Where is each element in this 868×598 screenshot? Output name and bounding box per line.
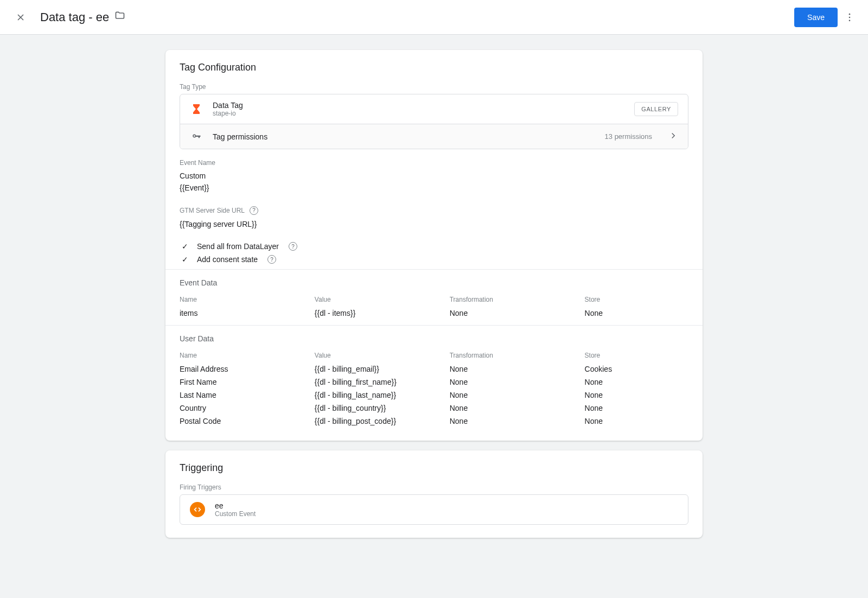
table-cell: None <box>585 402 688 415</box>
tag-config-heading: Tag Configuration <box>180 62 688 73</box>
col-name: Name <box>180 292 315 307</box>
tag-permissions-row[interactable]: Tag permissions 13 permissions <box>180 124 688 149</box>
event-data-section: Event Data Name Value Transformation Sto… <box>165 269 703 320</box>
page-content: Tag Configuration Tag Type Data Tag stap… <box>165 50 703 538</box>
table-cell: None <box>450 362 585 376</box>
check-icon: ✓ <box>180 242 190 251</box>
table-cell: None <box>450 389 585 402</box>
user-data-table: Name Value Transformation Store Email Ad… <box>180 348 688 428</box>
chevron-right-icon <box>668 131 678 142</box>
table-cell: None <box>450 376 585 389</box>
tag-type-row[interactable]: Data Tag stape-io GALLERY <box>180 94 688 124</box>
table-cell: None <box>450 402 585 415</box>
page-title[interactable]: Data tag - ee <box>40 10 125 24</box>
help-icon[interactable]: ? <box>289 242 297 251</box>
trigger-type: Custom Event <box>215 510 256 518</box>
trigger-name: ee <box>215 501 256 510</box>
svg-point-4 <box>849 20 851 21</box>
firing-triggers-label: Firing Triggers <box>180 484 688 491</box>
svg-point-3 <box>849 16 851 18</box>
gallery-button[interactable]: GALLERY <box>634 102 678 116</box>
save-button[interactable]: Save <box>794 8 838 27</box>
table-cell: Country <box>180 402 315 415</box>
table-cell: Cookies <box>585 362 688 376</box>
col-value: Value <box>315 292 450 307</box>
server-url-label: GTM Server Side URL ? <box>180 206 688 215</box>
close-icon <box>15 12 26 23</box>
table-cell: {{dl - billing_first_name}} <box>315 376 450 389</box>
event-data-heading: Event Data <box>180 278 688 287</box>
tag-type-label: Tag Type <box>180 83 688 91</box>
event-name-label: Event Name <box>180 159 688 167</box>
header-left: Data tag - ee <box>13 10 125 25</box>
user-data-heading: User Data <box>180 334 688 343</box>
col-store: Store <box>585 292 688 307</box>
page-title-text: Data tag - ee <box>40 10 109 24</box>
table-cell: {{dl - billing_last_name}} <box>315 389 450 402</box>
triggering-heading: Triggering <box>180 462 688 474</box>
table-cell: {{dl - items}} <box>315 307 450 320</box>
tag-config-card: Tag Configuration Tag Type Data Tag stap… <box>165 50 703 441</box>
table-cell: Postal Code <box>180 415 315 428</box>
triggering-card: Triggering Firing Triggers ee Custom Eve… <box>165 450 703 538</box>
header: Data tag - ee Save <box>0 0 868 35</box>
key-icon <box>190 132 203 142</box>
close-button[interactable] <box>13 10 28 25</box>
trigger-row[interactable]: ee Custom Event <box>180 494 688 525</box>
table-cell: None <box>585 389 688 402</box>
table-cell: None <box>585 376 688 389</box>
event-data-table: Name Value Transformation Store items{{d… <box>180 292 688 320</box>
col-store: Store <box>585 348 688 362</box>
more-vert-icon <box>844 12 855 23</box>
col-trans: Transformation <box>450 348 585 362</box>
consent-check: ✓ Add consent state ? <box>180 255 688 264</box>
help-icon[interactable]: ? <box>250 206 258 215</box>
data-tag-icon <box>190 103 203 116</box>
folder-icon <box>114 10 125 24</box>
event-name-block: Event Name Custom {{Event}} <box>180 159 688 194</box>
table-cell: {{dl - billing_country}} <box>315 402 450 415</box>
col-value: Value <box>315 348 450 362</box>
svg-point-2 <box>849 13 851 15</box>
check-icon: ✓ <box>180 255 190 264</box>
event-name-value-1: Custom <box>180 170 688 182</box>
table-cell: {{dl - billing_post_code}} <box>315 415 450 428</box>
tag-type-box: Data Tag stape-io GALLERY Tag permission… <box>180 94 688 149</box>
server-url-block: GTM Server Side URL ? {{Tagging server U… <box>180 206 688 230</box>
permissions-label: Tag permissions <box>213 132 267 141</box>
send-all-check: ✓ Send all from DataLayer ? <box>180 242 688 251</box>
table-cell: First Name <box>180 376 315 389</box>
help-icon[interactable]: ? <box>267 255 276 264</box>
table-cell: None <box>585 307 688 320</box>
col-trans: Transformation <box>450 292 585 307</box>
table-cell: None <box>450 307 585 320</box>
user-data-section: User Data Name Value Transformation Stor… <box>165 325 703 428</box>
table-cell: {{dl - billing_email}} <box>315 362 450 376</box>
consent-label: Add consent state <box>197 255 258 264</box>
table-cell: Email Address <box>180 362 315 376</box>
more-button[interactable] <box>842 10 857 25</box>
table-cell: items <box>180 307 315 320</box>
server-url-label-text: GTM Server Side URL <box>180 206 245 214</box>
table-cell: None <box>585 415 688 428</box>
server-url-value: {{Tagging server URL}} <box>180 218 688 230</box>
event-name-value-2: {{Event}} <box>180 182 688 194</box>
custom-event-icon <box>190 502 205 517</box>
table-cell: None <box>450 415 585 428</box>
tag-type-name: Data Tag <box>213 101 243 110</box>
header-right: Save <box>794 8 857 27</box>
permissions-count: 13 permissions <box>605 132 652 141</box>
send-all-label: Send all from DataLayer <box>197 242 279 251</box>
table-cell: Last Name <box>180 389 315 402</box>
col-name: Name <box>180 348 315 362</box>
tag-type-vendor: stape-io <box>213 110 243 117</box>
